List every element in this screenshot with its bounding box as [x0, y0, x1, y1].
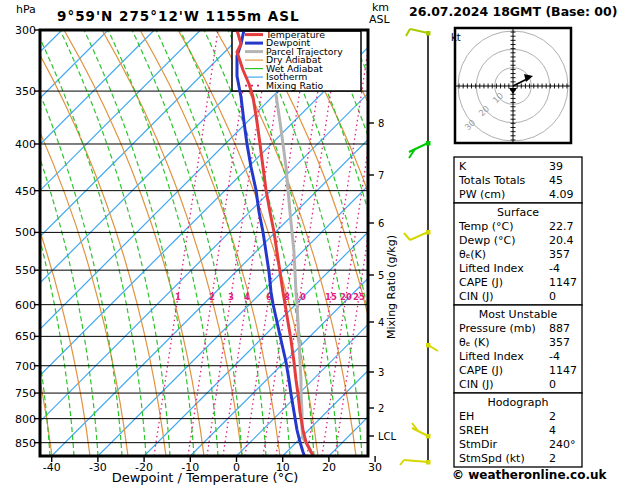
temp-tick-label: -30 — [89, 461, 107, 474]
stats-row-label: Lifted Index — [459, 262, 524, 275]
pressure-tick-label: 650 — [15, 330, 36, 343]
pressure-tick-label: 400 — [15, 138, 36, 151]
stats-group-header: Hodograph — [488, 396, 549, 409]
stats-row-label: StmDir — [459, 438, 498, 451]
km-tick-label: 6 — [378, 218, 384, 229]
mixing-ratio-axis-label: Mixing Ratio (g/kg) — [385, 235, 398, 339]
stats-row-value: 357 — [549, 248, 570, 261]
mixing-ratio-value: 20 — [340, 292, 352, 302]
temp-tick-label: -40 — [43, 461, 61, 474]
mixing-ratio-value: 3 — [228, 292, 234, 302]
km-tick-label: 7 — [378, 170, 384, 181]
hodograph: 102030kt — [451, 28, 571, 143]
mixing-ratio-value: 1 — [175, 292, 181, 302]
stats-row-value: 45 — [549, 174, 563, 187]
stats-row-value: 887 — [549, 322, 570, 335]
x-axis-title: Dewpoint / Temperature (°C) — [112, 470, 299, 485]
stats-row-value: 4 — [549, 424, 556, 437]
sounding-page: 300350400450500550600650700750800850-40-… — [0, 0, 629, 486]
legend-label: Mixing Ratio — [266, 80, 324, 91]
lcl-label: LCL — [378, 431, 397, 442]
stats-row-value: 39 — [549, 160, 563, 173]
stats-row-label: PW (cm) — [459, 188, 505, 201]
temp-tick-label: 20 — [322, 461, 336, 474]
stats-row-value: 20.4 — [549, 234, 574, 247]
hodograph-unit-label: kt — [451, 32, 461, 43]
skewt-sounding-chart: 300350400450500550600650700750800850-40-… — [0, 0, 629, 486]
datetime-label: 26.07.2024 18GMT (Base: 00) — [409, 4, 617, 19]
wind-barb-marker — [426, 460, 431, 465]
stats-row-label: Temp (°C) — [458, 220, 514, 233]
wind-barb-marker — [426, 31, 431, 36]
wind-barb-marker — [426, 343, 431, 348]
stats-row-label: SREH — [459, 424, 489, 437]
pressure-tick-label: 500 — [15, 226, 36, 239]
page-title: 9°59'N 275°12'W 1155m ASL — [57, 8, 300, 24]
altitude-unit-asl: ASL — [369, 13, 391, 26]
mixing-ratio-value: 15 — [325, 292, 337, 302]
stats-row-label: θₑ(K) — [459, 248, 486, 261]
stats-row-label: CIN (J) — [459, 290, 493, 303]
mixing-ratio-value: 25 — [353, 292, 365, 302]
mixing-ratio-value: 4 — [244, 292, 250, 302]
stats-row-value: 357 — [549, 336, 570, 349]
pressure-tick-label: 550 — [15, 264, 36, 277]
km-tick-label: 8 — [378, 118, 384, 129]
pressure-tick-label: 800 — [15, 413, 36, 426]
stats-row-label: CAPE (J) — [459, 276, 503, 289]
pressure-unit-label: hPa — [16, 3, 36, 16]
pressure-tick-label: 450 — [15, 185, 36, 198]
temp-tick-label: 30 — [368, 461, 382, 474]
stats-group-header: Most Unstable — [479, 308, 558, 321]
stats-row-value: 4.09 — [549, 188, 574, 201]
stats-row-value: 240° — [549, 438, 576, 451]
stats-row-value: 1147 — [549, 364, 577, 377]
km-tick-label: 3 — [378, 367, 384, 378]
stats-row-label: K — [459, 160, 467, 173]
stats-row-label: Pressure (mb) — [459, 322, 536, 335]
legend: TemperatureDewpointParcel TrajectoryDry … — [232, 29, 361, 91]
stats-row-label: Lifted Index — [459, 350, 524, 363]
pressure-tick-label: 300 — [15, 24, 36, 37]
stats-row-value: 0 — [549, 378, 556, 391]
stats-row-label: EH — [459, 410, 474, 423]
stats-row-label: Dewp (°C) — [459, 234, 515, 247]
pressure-tick-label: 750 — [15, 387, 36, 400]
stats-row-label: StmSpd (kt) — [459, 452, 525, 465]
stats-row-value: 1147 — [549, 276, 577, 289]
stats-group-header: Surface — [497, 206, 539, 219]
stats-row-value: 0 — [549, 290, 556, 303]
pressure-tick-label: 700 — [15, 360, 36, 373]
pressure-tick-label: 600 — [15, 299, 36, 312]
wind-barb-marker — [426, 141, 431, 146]
pressure-tick-label: 350 — [15, 85, 36, 98]
km-tick-label: 5 — [378, 270, 384, 281]
copyright-notice: © weatheronline.co.uk — [452, 468, 608, 482]
stats-row-label: Totals Totals — [458, 174, 526, 187]
stats-panel: K39Totals Totals45PW (cm)4.09SurfaceTemp… — [454, 157, 582, 467]
km-tick-label: 2 — [378, 403, 384, 414]
km-tick-label: 4 — [378, 317, 384, 328]
mixing-ratio-value: 2 — [209, 292, 215, 302]
stats-row-value: -4 — [549, 350, 560, 363]
stats-row-value: -4 — [549, 262, 560, 275]
stats-row-label: CAPE (J) — [459, 364, 503, 377]
stats-row-value: 22.7 — [549, 220, 574, 233]
stats-row-value: 2 — [549, 452, 556, 465]
wind-barb-marker — [426, 434, 431, 439]
pressure-tick-label: 850 — [15, 437, 36, 450]
stats-row-value: 2 — [549, 410, 556, 423]
stats-row-label: θₑ (K) — [459, 336, 490, 349]
stats-row-label: CIN (J) — [459, 378, 493, 391]
wind-barb-marker — [426, 230, 431, 235]
